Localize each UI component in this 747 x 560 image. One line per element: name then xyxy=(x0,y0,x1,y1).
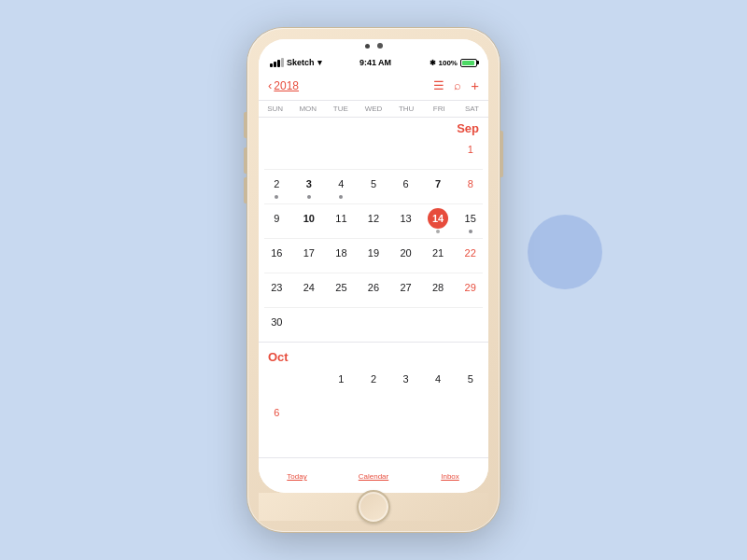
cal-cell-sep-6[interactable]: 6 xyxy=(389,170,422,203)
date-number: 19 xyxy=(363,243,384,263)
cal-cell-sep-29[interactable]: 29 xyxy=(454,273,486,307)
date-number: 22 xyxy=(460,243,481,263)
cal-cell-sep-3[interactable]: 3 xyxy=(293,170,326,203)
day-sun: SUN xyxy=(259,103,291,115)
cal-cell-sep-10[interactable]: 10 xyxy=(293,204,326,238)
cal-cell-sep-16[interactable]: 16 xyxy=(261,239,293,273)
wifi-icon: ▾ xyxy=(317,58,322,67)
add-icon[interactable]: + xyxy=(471,77,479,93)
cal-cell-sep-20[interactable]: 20 xyxy=(389,239,422,273)
cal-cell-sep-18[interactable]: 18 xyxy=(325,239,358,273)
calendar-body: Sep 1 2 3 xyxy=(259,118,488,457)
tab-calendar[interactable]: Calendar xyxy=(350,472,397,481)
cal-cell-sep-15[interactable]: 15 xyxy=(454,204,486,238)
year-link[interactable]: 2018 xyxy=(274,79,299,92)
oct-week-1: 1 2 3 4 5 6 xyxy=(259,365,488,432)
days-header: SUN MON TUE WED THU FRI SAT xyxy=(259,101,488,118)
event-dot xyxy=(275,195,278,199)
phone-shell: Sketch ▾ 9:41 AM ✱ 100% ‹ 2018 ☰ ⌕ + xyxy=(247,28,500,532)
cal-cell-oct-6[interactable]: 6 xyxy=(261,399,293,432)
camera-area xyxy=(259,39,488,52)
cal-cell-oct-4[interactable]: 4 xyxy=(422,365,455,399)
tab-today[interactable]: Today xyxy=(274,472,320,481)
battery-percent: 100% xyxy=(439,59,458,67)
cal-cell-sep-12[interactable]: 12 xyxy=(358,204,390,238)
date-number: 5 xyxy=(460,369,481,389)
search-icon[interactable]: ⌕ xyxy=(454,78,461,92)
day-thu: THU xyxy=(390,103,423,115)
inbox-icon[interactable]: ☰ xyxy=(433,78,444,92)
battery-icon xyxy=(460,59,477,67)
cal-cell-sep-28[interactable]: 28 xyxy=(422,273,455,307)
cal-cell-sep-4[interactable]: 4 xyxy=(325,170,358,203)
cal-cell-sep-19[interactable]: 19 xyxy=(358,239,390,273)
home-indicator-area xyxy=(259,493,488,521)
date-number: 9 xyxy=(266,208,287,229)
event-dot xyxy=(469,230,472,233)
date-number: 11 xyxy=(331,208,351,229)
event-dot xyxy=(339,195,343,199)
cal-cell-oct-3[interactable]: 3 xyxy=(389,365,422,399)
cal-cell-sep-9[interactable]: 9 xyxy=(261,204,293,238)
cal-cell[interactable] xyxy=(261,135,293,169)
phone-screen: Sketch ▾ 9:41 AM ✱ 100% ‹ 2018 ☰ ⌕ + xyxy=(259,39,488,493)
cal-cell-oct-2[interactable]: 2 xyxy=(358,365,390,399)
day-sat: SAT xyxy=(456,103,488,115)
date-number-today: 14 xyxy=(428,208,448,229)
cal-cell-sep-25[interactable]: 25 xyxy=(325,273,358,307)
today-label: Today xyxy=(287,472,306,481)
date-number: 18 xyxy=(331,243,351,263)
date-number: 15 xyxy=(460,208,481,229)
cal-cell-sep-5[interactable]: 5 xyxy=(358,170,390,203)
status-left: Sketch ▾ xyxy=(270,58,322,67)
home-button[interactable] xyxy=(357,490,390,524)
cal-cell-sep-13[interactable]: 13 xyxy=(389,204,422,238)
date-number: 26 xyxy=(363,277,384,298)
cal-cell-sep-14[interactable]: 14 xyxy=(422,204,455,238)
date-number: 5 xyxy=(363,174,384,194)
cal-cell-sep-30[interactable]: 30 xyxy=(261,308,293,342)
cal-cell-sep-8[interactable]: 8 xyxy=(454,170,486,203)
cal-cell-sep-11[interactable]: 11 xyxy=(325,204,358,238)
date-number: 30 xyxy=(266,312,287,332)
sep-week-5: 23 24 25 26 27 28 29 xyxy=(259,273,488,307)
day-wed: WED xyxy=(357,103,389,115)
cal-cell-sep-22[interactable]: 22 xyxy=(454,239,486,273)
speaker-dot xyxy=(377,43,383,49)
date-number: 3 xyxy=(396,369,416,389)
oct-month-header: Oct xyxy=(268,350,289,364)
calendar-label: Calendar xyxy=(359,472,388,481)
date-number: 1 xyxy=(331,369,351,389)
sep-week-2: 2 3 4 5 6 7 xyxy=(259,170,488,203)
cal-cell-sep-27[interactable]: 27 xyxy=(389,273,422,307)
cal-cell[interactable] xyxy=(358,135,390,169)
cal-cell[interactable] xyxy=(389,135,422,169)
cal-cell-oct-5[interactable]: 5 xyxy=(454,365,486,399)
event-dot xyxy=(436,230,440,233)
signal-icon xyxy=(270,58,284,67)
cal-cell-sep-2[interactable]: 2 xyxy=(261,170,293,203)
cal-cell-sep-7[interactable]: 7 xyxy=(422,170,455,203)
cal-cell-sep-1[interactable]: 1 xyxy=(454,135,486,169)
date-number: 27 xyxy=(396,277,416,298)
cal-cell[interactable] xyxy=(293,135,326,169)
cal-cell-sep-23[interactable]: 23 xyxy=(261,273,293,307)
date-number: 2 xyxy=(266,174,287,194)
cal-cell-sep-26[interactable]: 26 xyxy=(358,273,390,307)
date-number: 4 xyxy=(428,369,448,389)
cal-cell-sep-17[interactable]: 17 xyxy=(293,239,326,273)
sep-week-6: 30 xyxy=(259,308,488,342)
date-number: 16 xyxy=(266,243,287,263)
date-number: 10 xyxy=(299,208,319,229)
cal-cell[interactable] xyxy=(422,135,455,169)
inbox-label: Inbox xyxy=(441,472,459,481)
tab-inbox[interactable]: Inbox xyxy=(427,472,473,481)
date-number: 21 xyxy=(428,243,448,263)
cal-cell-oct-1[interactable]: 1 xyxy=(325,365,358,399)
cal-cell-sep-21[interactable]: 21 xyxy=(422,239,455,273)
cal-cell[interactable] xyxy=(325,135,358,169)
back-button[interactable]: ‹ 2018 xyxy=(268,78,299,92)
nav-bar: ‹ 2018 ☰ ⌕ + xyxy=(259,71,488,101)
tab-bar: Today Calendar Inbox xyxy=(259,457,488,493)
cal-cell-sep-24[interactable]: 24 xyxy=(293,273,326,307)
